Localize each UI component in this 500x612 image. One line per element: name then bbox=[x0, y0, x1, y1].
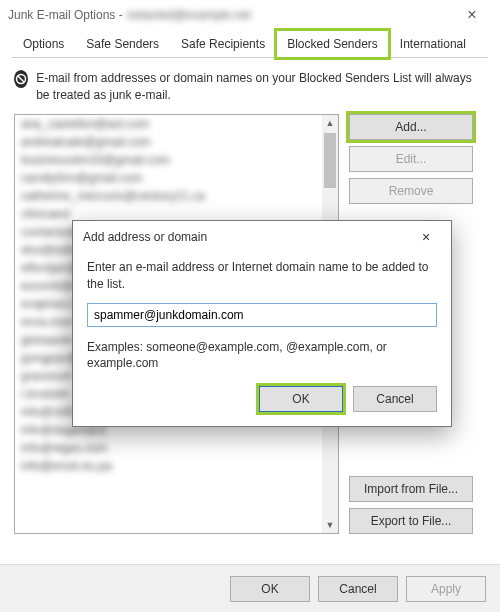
list-item[interactable]: ana_castellon@aol.com bbox=[15, 115, 322, 133]
tab-international[interactable]: International bbox=[389, 30, 477, 58]
add-button[interactable]: Add... bbox=[349, 114, 473, 140]
dialog-ok-button[interactable]: OK bbox=[259, 386, 343, 412]
description-text: E-mail from addresses or domain names on… bbox=[36, 70, 486, 104]
main-ok-button[interactable]: OK bbox=[230, 576, 310, 602]
dialog-prompt: Enter an e-mail address or Internet doma… bbox=[87, 259, 437, 293]
dialog-examples: Examples: someone@example.com, @example.… bbox=[87, 339, 437, 373]
window-title: Junk E-mail Options - bbox=[8, 8, 123, 22]
blocked-icon bbox=[14, 70, 28, 88]
tab-options[interactable]: Options bbox=[12, 30, 75, 58]
window-close-button[interactable]: × bbox=[452, 6, 492, 24]
list-item[interactable]: info@enuti.eu.pa bbox=[15, 457, 322, 475]
scroll-thumb[interactable] bbox=[324, 133, 336, 188]
list-item[interactable]: catherine_mercurio@century21.ca bbox=[15, 187, 322, 205]
tab-safe-senders[interactable]: Safe Senders bbox=[75, 30, 170, 58]
scroll-up-arrow[interactable]: ▲ bbox=[322, 115, 338, 131]
dialog-footer: OK Cancel Apply bbox=[0, 564, 500, 612]
main-cancel-button[interactable]: Cancel bbox=[318, 576, 398, 602]
export-to-file-button[interactable]: Export to File... bbox=[349, 508, 473, 534]
edit-button: Edit... bbox=[349, 146, 473, 172]
add-address-dialog: Add address or domain × Enter an e-mail … bbox=[72, 220, 452, 427]
list-item[interactable]: andrealcate@gmail.com bbox=[15, 133, 322, 151]
tab-safe-recipients[interactable]: Safe Recipients bbox=[170, 30, 276, 58]
address-input[interactable] bbox=[87, 303, 437, 327]
window-title-email: redacted@example.net bbox=[127, 8, 251, 22]
list-item[interactable]: info@elgas.com bbox=[15, 439, 322, 457]
dialog-cancel-button[interactable]: Cancel bbox=[353, 386, 437, 412]
tab-strip: Options Safe Senders Safe Recipients Blo… bbox=[0, 30, 500, 58]
dialog-title: Add address or domain bbox=[83, 230, 207, 244]
import-from-file-button[interactable]: Import from File... bbox=[349, 476, 473, 502]
dialog-close-button[interactable]: × bbox=[411, 229, 441, 245]
list-item[interactable]: carolly0nn@gmail.com bbox=[15, 169, 322, 187]
remove-button: Remove bbox=[349, 178, 473, 204]
scroll-down-arrow[interactable]: ▼ bbox=[322, 517, 338, 533]
title-bar: Junk E-mail Options - redacted@example.n… bbox=[0, 0, 500, 30]
svg-line-1 bbox=[18, 76, 24, 82]
tab-blocked-senders[interactable]: Blocked Senders bbox=[276, 30, 389, 58]
main-apply-button: Apply bbox=[406, 576, 486, 602]
list-item[interactable]: businessslim33@gmail.com bbox=[15, 151, 322, 169]
